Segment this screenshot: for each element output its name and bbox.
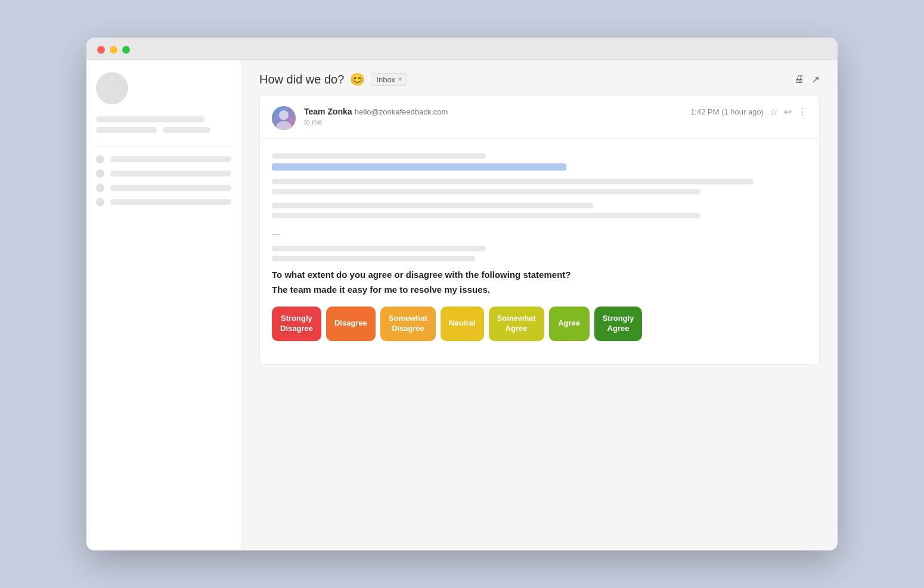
main-content: How did we do? 😊 Inbox × 🖨 ↗	[241, 60, 838, 550]
sidebar-item-3[interactable]	[96, 184, 231, 192]
sender-name: Team Zonka	[304, 107, 352, 116]
badge-close-button[interactable]: ×	[398, 75, 402, 83]
browser-body: How did we do? 😊 Inbox × 🖨 ↗	[86, 60, 838, 550]
sidebar-item-4[interactable]	[96, 198, 231, 206]
browser-titlebar	[86, 38, 838, 60]
sender-email: hello@zonkafeedback.com	[355, 107, 448, 116]
email-card: Team Zonka hello@zonkafeedback.com to me…	[259, 95, 820, 364]
sidebar-item-bar-1	[110, 156, 231, 162]
sidebar-item-dot-4	[96, 198, 104, 206]
likert-agree-button[interactable]: Agree	[549, 307, 590, 341]
traffic-light-red[interactable]	[97, 46, 105, 54]
likert-disagree-button[interactable]: Disagree	[326, 307, 376, 341]
sidebar-item-1[interactable]	[96, 155, 231, 163]
likert-neutral-button[interactable]: Neutral	[441, 307, 484, 341]
ph-line-2	[272, 179, 754, 184]
reply-button[interactable]: ↩	[784, 106, 792, 117]
email-body: --- To what extent do you agree or disag…	[260, 139, 819, 364]
sidebar-item-dot-2	[96, 169, 104, 178]
ph-line-3	[272, 189, 700, 194]
survey-section: To what extent do you agree or disagree …	[272, 270, 807, 347]
badge-label: Inbox	[376, 75, 395, 84]
placeholder-group-2	[272, 179, 807, 194]
email-meta-right: 1:42 PM (1 hour ago) ☆ ↩ ⋮	[690, 106, 807, 117]
email-separator: ---	[272, 229, 807, 239]
email-sender-left: Team Zonka hello@zonkafeedback.com to me	[272, 106, 448, 130]
email-timestamp: 1:42 PM (1 hour ago)	[690, 107, 764, 116]
likert-somewhat-disagree-button[interactable]: SomewhatDisagree	[380, 307, 436, 341]
subject-emoji: 😊	[350, 72, 365, 86]
email-subject-title: How did we do?	[259, 73, 344, 86]
sidebar-placeholder-line-3	[163, 127, 210, 133]
sender-info: Team Zonka hello@zonkafeedback.com to me	[304, 106, 448, 126]
sidebar	[86, 60, 241, 550]
email-outer: How did we do? 😊 Inbox × 🖨 ↗	[241, 60, 838, 376]
sidebar-divider	[96, 146, 231, 147]
email-badge[interactable]: Inbox ×	[371, 73, 407, 86]
sidebar-item-dot-3	[96, 184, 104, 192]
ph-line-1	[272, 153, 486, 159]
external-link-button[interactable]: ↗	[811, 73, 820, 86]
svg-point-1	[279, 110, 289, 120]
survey-statement: The team made it easy for me to resolve …	[272, 284, 807, 295]
sender-avatar	[272, 106, 296, 130]
more-options-button[interactable]: ⋮	[798, 106, 807, 117]
email-subject-row: How did we do? 😊 Inbox × 🖨 ↗	[259, 72, 820, 86]
email-card-header: Team Zonka hello@zonkafeedback.com to me…	[260, 95, 819, 139]
sender-to: to me	[304, 118, 448, 126]
likert-scale: StronglyDisagree Disagree SomewhatDisagr…	[272, 307, 807, 341]
likert-strongly-agree-button[interactable]: StronglyAgree	[594, 307, 643, 341]
survey-question: To what extent do you agree or disagree …	[272, 270, 807, 280]
placeholder-group-3	[272, 203, 807, 218]
ph-highlighted	[272, 163, 566, 171]
ph-line-5	[272, 213, 700, 218]
sidebar-avatar	[96, 72, 128, 104]
ph-line-6	[272, 246, 486, 251]
traffic-light-green[interactable]	[122, 46, 130, 54]
sidebar-item-bar-2	[110, 171, 231, 177]
likert-somewhat-agree-button[interactable]: SomewhatAgree	[489, 307, 544, 341]
sidebar-item-dot-1	[96, 155, 104, 163]
email-subject-icons: 🖨 ↗	[794, 73, 820, 86]
sidebar-placeholder-line-2	[96, 127, 157, 133]
sidebar-item-bar-4	[110, 199, 231, 205]
ph-line-7	[272, 256, 475, 261]
sidebar-item-bar-3	[110, 185, 231, 191]
sidebar-item-2[interactable]	[96, 169, 231, 178]
email-subject-left: How did we do? 😊 Inbox ×	[259, 72, 407, 86]
likert-strongly-disagree-button[interactable]: StronglyDisagree	[272, 307, 321, 341]
browser-window: How did we do? 😊 Inbox × 🖨 ↗	[86, 38, 838, 550]
placeholder-group-1	[272, 153, 807, 171]
placeholder-group-4	[272, 246, 807, 261]
sidebar-placeholder-line-1	[96, 116, 204, 122]
ph-line-4	[272, 203, 593, 208]
star-button[interactable]: ☆	[770, 106, 778, 117]
print-button[interactable]: 🖨	[794, 73, 804, 85]
traffic-light-yellow[interactable]	[110, 46, 117, 54]
